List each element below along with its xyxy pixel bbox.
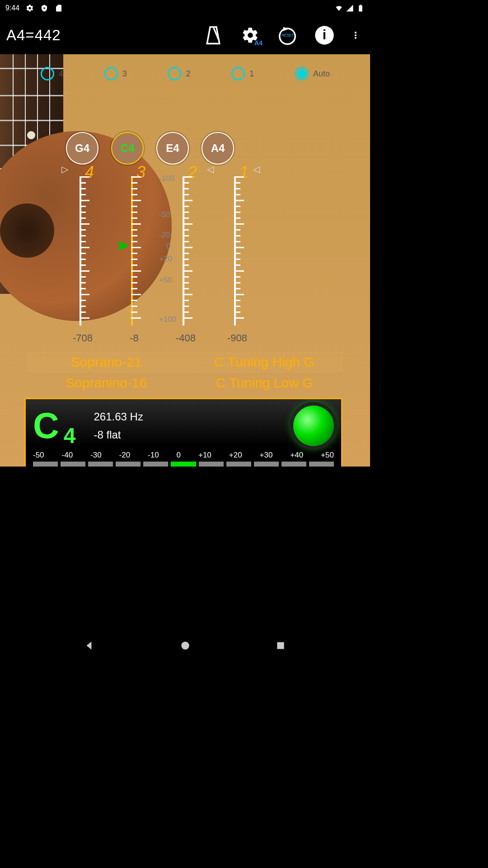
a4-badge: A4 <box>254 39 263 47</box>
home-button[interactable] <box>179 640 191 651</box>
gauges-row: 4 -708 3 ▶ -8 2 -100 -50 -20 0 +20 +50 +… <box>63 160 257 341</box>
string-radio-2[interactable]: 2 <box>168 67 190 80</box>
gauge-2: 2 -100 -50 -20 0 +20 +50 +100 -408 <box>166 160 205 341</box>
note-label: A4 <box>211 142 225 155</box>
tuning-pickers: Soprano-21 Sopranino-16 C Tuning High G … <box>27 352 343 393</box>
more-button[interactable] <box>351 25 360 46</box>
cent-label: +50 <box>159 276 172 285</box>
radio-label: 3 <box>122 69 127 79</box>
bar-segment <box>88 462 113 467</box>
note-circle-a4[interactable]: A4 <box>202 132 234 165</box>
scale-num: -50 <box>33 451 44 460</box>
bar-segment <box>143 462 168 467</box>
radio-label: Auto <box>313 69 330 79</box>
status-bar: 9:44 <box>0 0 370 16</box>
play-indicator-icon: ▶ <box>119 237 129 252</box>
picker-row: C Tuning Low G <box>185 373 343 393</box>
gauge-4: 4 -708 <box>63 160 102 341</box>
body-size-picker[interactable]: Soprano-21 Sopranino-16 <box>27 352 185 393</box>
wifi-icon <box>335 4 343 12</box>
gauge-3: 3 ▶ -8 <box>115 160 154 341</box>
tuning-picker[interactable]: C Tuning High G C Tuning Low G <box>185 352 343 393</box>
picker-row: Sopranino-16 <box>27 373 185 393</box>
svg-point-12 <box>181 642 189 649</box>
scale-num: +40 <box>290 451 303 460</box>
note-label: E4 <box>166 142 179 155</box>
recents-button[interactable] <box>275 640 286 651</box>
scale-num: +30 <box>260 451 273 460</box>
svg-marker-5 <box>283 27 289 31</box>
settings-a4-button[interactable]: A4 <box>240 25 261 46</box>
svg-marker-11 <box>87 642 92 649</box>
gauge-readout: -708 <box>63 332 102 344</box>
gauge-number: 1 <box>239 163 249 182</box>
cent-label: +100 <box>159 315 176 324</box>
bar-segment <box>33 462 58 467</box>
status-time: 9:44 <box>5 4 19 12</box>
radio-label: 1 <box>249 69 254 79</box>
svg-rect-13 <box>277 642 284 649</box>
svg-point-8 <box>355 32 357 33</box>
scale-num: -30 <box>90 451 102 460</box>
svg-rect-2 <box>360 5 361 6</box>
detected-octave: 4 <box>64 423 76 448</box>
scale-num: -20 <box>119 451 131 460</box>
app-bar: A4=442 A4 RESET i <box>0 16 370 54</box>
metronome-button[interactable] <box>203 25 224 46</box>
note-circle-e4[interactable]: E4 <box>156 132 189 165</box>
cent-scale: -50 -40 -30 -20 -10 0 +10 +20 +30 +40 +5… <box>33 451 334 460</box>
string-radio-4[interactable]: 4 <box>41 67 63 80</box>
bar-segment <box>282 462 306 467</box>
gauge-number: 3 <box>136 163 145 182</box>
picker-row: Soprano-21 <box>27 352 185 373</box>
gauge-readout: -408 <box>166 332 205 344</box>
string-radio-3[interactable]: 3 <box>104 67 127 80</box>
battery-icon <box>357 4 365 12</box>
scale-num: +10 <box>198 451 211 460</box>
gauge-readout: -908 <box>218 332 257 344</box>
shield-icon <box>40 4 48 12</box>
offset-label: -8 flat <box>94 429 143 441</box>
detected-note: C <box>33 408 59 444</box>
cent-label: -100 <box>159 174 174 183</box>
string-radio-1[interactable]: 1 <box>231 67 254 80</box>
gauge-1: 1 -908 <box>218 160 257 341</box>
scale-num: +20 <box>229 451 242 460</box>
tuner-display: C 4 261.63 Hz -8 flat -50 -40 -30 -20 -1… <box>24 398 343 467</box>
note-circle-g4[interactable]: G4 <box>66 132 99 165</box>
reset-button[interactable]: RESET <box>277 25 298 46</box>
cent-label: -50 <box>159 210 170 219</box>
string-radio-auto[interactable]: Auto <box>295 67 330 80</box>
picker-row: C Tuning High G <box>185 352 343 373</box>
calibration-label: A4=442 <box>6 27 61 44</box>
scale-num: 0 <box>177 451 181 460</box>
svg-point-9 <box>355 34 357 36</box>
gauge-number: 2 <box>188 163 197 182</box>
svg-rect-1 <box>359 5 362 12</box>
reset-label: RESET <box>282 33 294 38</box>
note-circle-c4[interactable]: C4 <box>111 132 144 165</box>
sd-card-icon <box>55 4 63 12</box>
scale-num: -40 <box>62 451 73 460</box>
tuner-main: 4 3 2 1 Auto G4 C4 E4 A4 ▷ ◁ ◁ 4 -708 3 … <box>0 54 370 467</box>
bar-segment <box>254 462 279 467</box>
cent-label: +20 <box>159 255 172 264</box>
back-button[interactable] <box>84 640 95 651</box>
bar-segment <box>226 462 251 467</box>
signal-icon <box>346 4 354 12</box>
info-button[interactable]: i <box>314 25 335 46</box>
radio-label: 2 <box>186 69 190 79</box>
svg-text:i: i <box>323 27 326 42</box>
status-led-icon <box>293 406 334 446</box>
cent-bar <box>33 462 334 467</box>
frequency-label: 261.63 Hz <box>94 410 143 423</box>
note-label: C4 <box>121 142 135 155</box>
bar-segment <box>61 462 85 467</box>
note-circles-row: G4 C4 E4 A4 <box>66 132 234 165</box>
scale-num: +50 <box>321 451 334 460</box>
cent-label: -20 <box>159 231 170 240</box>
bar-segment <box>171 462 196 467</box>
string-select-row: 4 3 2 1 Auto <box>41 67 330 80</box>
bar-segment <box>116 462 141 467</box>
radio-label: 4 <box>59 69 63 79</box>
